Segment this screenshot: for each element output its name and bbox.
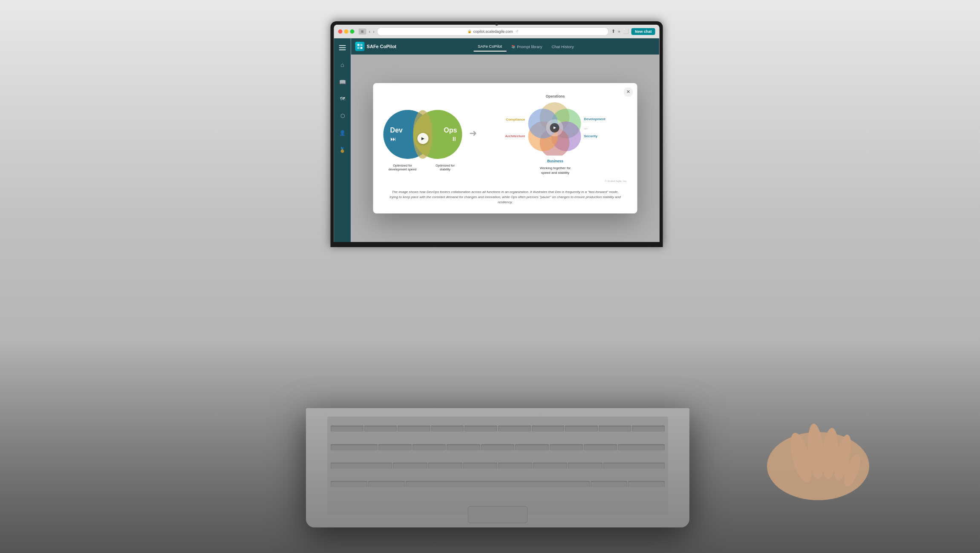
sidebar-home-icon[interactable]: ⌂	[337, 59, 349, 71]
traffic-lights	[338, 29, 355, 34]
nav-tabs: SAFe CoPilot 📚 Prompt library Chat Histo…	[473, 42, 578, 52]
svg-rect-7	[360, 44, 363, 46]
sidebar-network-icon[interactable]: ⬡	[337, 110, 349, 122]
dev-fastforward-icon: ⏭	[390, 135, 396, 142]
ops-stability-label: Optimized forstability	[428, 164, 462, 172]
dev-speed-label: Optimized fordevelopment speed	[383, 164, 422, 172]
app-logo-area: SAFe CoPilot	[355, 42, 397, 51]
forward-arrow-icon[interactable]: ›	[373, 29, 375, 34]
flower-svg-container: ▶	[527, 100, 582, 156]
diagram-container: Dev ⏭ Ops ⏸	[383, 92, 627, 205]
architecture-label: Architecture	[505, 134, 525, 138]
ops-pause-icon: ⏸	[451, 135, 457, 142]
sidebar-badge-icon[interactable]: 🏅	[337, 144, 349, 156]
share-icon[interactable]: ⬆	[611, 29, 615, 34]
more-options-label: ...	[584, 125, 588, 130]
copyright-text: © Scaled Agile, Inc.	[605, 180, 627, 182]
svg-rect-9	[360, 47, 363, 49]
modal-overlay: ✕	[351, 55, 660, 242]
maximize-traffic-light[interactable]	[350, 29, 355, 34]
business-label: Business	[547, 159, 563, 163]
sidebar-menu-icon[interactable]	[337, 42, 349, 54]
app-header: SAFe CoPilot SAFe CoPilot 📚 Prompt libra…	[351, 38, 660, 55]
compliance-label: Compliance	[506, 118, 525, 121]
sidebar-user-icon[interactable]: 👤	[337, 127, 349, 139]
sidebar-book-icon[interactable]: 📖	[337, 76, 349, 88]
modal-caption: The image shows how DevOps fosters colla…	[383, 190, 627, 205]
ops-label: Ops	[444, 127, 457, 134]
operations-label: Operations	[546, 94, 565, 98]
devops-venn-diagram: Dev ⏭ Ops ⏸	[383, 104, 462, 172]
tab-chat-history[interactable]: Chat History	[547, 42, 578, 51]
new-chat-button[interactable]: New chat	[631, 28, 655, 35]
add-tab-icon[interactable]: +	[618, 29, 620, 34]
working-together-text: Working together for speed and stability	[540, 166, 571, 175]
tab-safe-copilot[interactable]: SAFe CoPilot	[473, 42, 506, 52]
diagram-arrow: ➜	[469, 128, 477, 139]
development-label: Development	[584, 117, 605, 121]
sidebar-map-icon[interactable]: 🗺	[337, 93, 349, 105]
svg-rect-6	[357, 44, 360, 46]
sidebar-toggle-icon[interactable]: ⬜	[623, 29, 629, 34]
back-arrow-icon[interactable]: ‹	[369, 29, 371, 34]
view-icon[interactable]: ▦	[359, 29, 366, 35]
browser-chrome: ▦ ‹ › 🔒 copilot.scaledagile.com ↺ ⬆ + ⬜ …	[334, 25, 660, 38]
app-logo-icon	[355, 42, 365, 51]
tab-prompt-library[interactable]: 📚 Prompt library	[507, 42, 546, 51]
modal: ✕	[373, 83, 637, 213]
security-label: Security	[584, 134, 598, 138]
app-title: SAFe CoPilot	[367, 44, 397, 49]
address-bar[interactable]: 🔒 copilot.scaledagile.com ↺	[377, 27, 609, 36]
devops-flower-diagram: Operations Compliance Architecture	[484, 92, 627, 184]
camera-dot	[496, 23, 498, 26]
dev-label: Dev	[390, 127, 403, 134]
flower-play-button[interactable]: ▶	[550, 123, 559, 132]
close-traffic-light[interactable]	[338, 29, 343, 34]
left-sidebar: ⌂ 📖 🗺 ⬡ 👤 🏅	[334, 38, 351, 242]
venn-play-button[interactable]: ▶	[417, 133, 428, 144]
svg-rect-8	[357, 47, 360, 49]
minimize-traffic-light[interactable]	[344, 29, 349, 34]
